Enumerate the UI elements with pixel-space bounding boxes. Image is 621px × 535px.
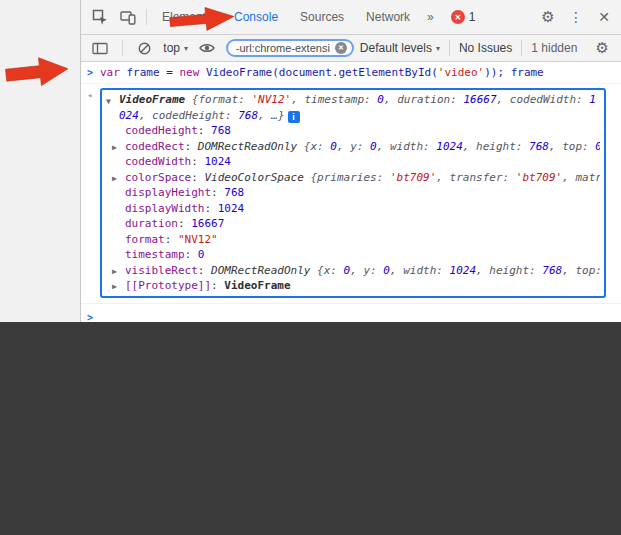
settings-gear-icon[interactable]: ⚙ bbox=[535, 4, 561, 30]
videoframe-object: ▼VideoFrame {format: 'NV12', timestamp: … bbox=[100, 88, 606, 298]
property-name: format bbox=[125, 233, 165, 246]
property-colon: : bbox=[198, 264, 211, 277]
tree-property-row[interactable]: ▶[[Prototype]]: VideoFrame bbox=[106, 278, 600, 294]
property-name: visibleRect bbox=[125, 264, 198, 277]
property-colon: : bbox=[165, 233, 178, 246]
console-messages: > var frame = new VideoFrame(document.ge… bbox=[81, 62, 621, 322]
property-colon: : bbox=[211, 279, 224, 292]
object-preview-text: VideoFrame {format: 'NV12', timestamp: 0… bbox=[119, 93, 596, 122]
property-value: DOMRectReadOnly {x: 0, y: 0, width: 1024… bbox=[211, 264, 600, 277]
console-input-prompt[interactable]: > bbox=[81, 304, 621, 323]
tree-property-row[interactable]: ▶colorSpace: VideoColorSpace {primaries:… bbox=[106, 170, 600, 186]
collapse-arrow-icon[interactable]: ▼ bbox=[106, 94, 111, 110]
property-colon: : bbox=[191, 171, 204, 184]
property-name: displayHeight bbox=[125, 186, 211, 199]
tab-label: Network bbox=[366, 10, 410, 24]
expand-arrow-icon[interactable]: ▶ bbox=[112, 279, 125, 294]
expand-arrow-icon[interactable]: ▶ bbox=[112, 264, 125, 279]
clear-filter-icon[interactable]: ✕ bbox=[335, 42, 347, 54]
property-value: 1024 bbox=[218, 202, 245, 215]
tab-label: Elements bbox=[162, 10, 212, 24]
devtools-panel: Elements Console Sources Network » ✕ 1 ⚙… bbox=[80, 0, 621, 322]
tab-sources[interactable]: Sources bbox=[290, 1, 354, 34]
tree-property-row: displayHeight: 768 bbox=[106, 185, 600, 201]
close-devtools-icon[interactable]: ✕ bbox=[591, 4, 617, 30]
hidden-messages-count[interactable]: 1 hidden bbox=[531, 41, 577, 55]
property-name: codedRect bbox=[125, 140, 185, 153]
tab-label: Sources bbox=[300, 10, 344, 24]
property-name: colorSpace bbox=[125, 171, 191, 184]
tree-property-row[interactable]: ▶visibleRect: DOMRectReadOnly {x: 0, y: … bbox=[106, 263, 600, 279]
info-icon[interactable]: i bbox=[288, 111, 300, 123]
divider bbox=[146, 9, 147, 25]
kebab-menu-icon[interactable]: ⋮ bbox=[563, 4, 589, 30]
device-toolbar-icon[interactable] bbox=[115, 4, 141, 30]
console-sidebar-toggle-icon[interactable] bbox=[87, 35, 113, 61]
tab-label: Console bbox=[234, 10, 278, 24]
property-name: displayWidth bbox=[125, 202, 204, 215]
property-colon: : bbox=[191, 155, 204, 168]
property-value: VideoColorSpace {primaries: 'bt709', tra… bbox=[204, 171, 600, 184]
property-value: VideoFrame bbox=[224, 279, 290, 292]
inspect-element-icon[interactable] bbox=[87, 4, 113, 30]
screenshot-root: Elements Console Sources Network » ✕ 1 ⚙… bbox=[0, 0, 621, 535]
command-prompt-icon: > bbox=[87, 65, 100, 80]
object-preview[interactable]: ▼VideoFrame {format: 'NV12', timestamp: … bbox=[106, 92, 600, 123]
tree-property-row[interactable]: ▶codedRect: DOMRectReadOnly {x: 0, y: 0,… bbox=[106, 139, 600, 155]
tab-network[interactable]: Network bbox=[356, 1, 420, 34]
console-filter-input[interactable]: -url:chrome-extensi ✕ bbox=[226, 39, 354, 57]
context-selector-value: top bbox=[163, 41, 180, 55]
property-value: 768 bbox=[224, 186, 244, 199]
property-name: [[Prototype]] bbox=[125, 279, 211, 292]
live-expression-eye-icon[interactable] bbox=[194, 35, 220, 61]
tree-property-row: displayWidth: 1024 bbox=[106, 201, 600, 217]
console-error-badge[interactable]: ✕ 1 bbox=[451, 10, 476, 24]
property-value: 16667 bbox=[191, 217, 224, 230]
page-background-bottom bbox=[0, 322, 621, 535]
property-name: duration bbox=[125, 217, 178, 230]
more-tabs-icon[interactable]: » bbox=[422, 10, 439, 24]
tab-elements[interactable]: Elements bbox=[152, 1, 222, 34]
log-levels-selector[interactable]: Default levels ▾ bbox=[360, 41, 440, 55]
property-name: codedWidth bbox=[125, 155, 191, 168]
property-colon: : bbox=[178, 217, 191, 230]
property-colon: : bbox=[185, 248, 198, 261]
issues-status[interactable]: No Issues bbox=[459, 41, 512, 55]
error-x-icon: ✕ bbox=[451, 10, 465, 24]
prompt-icon: > bbox=[87, 310, 100, 323]
chevron-down-icon: ▾ bbox=[184, 44, 188, 53]
object-properties: codedHeight: 768▶codedRect: DOMRectReadO… bbox=[106, 123, 600, 294]
property-value: 1024 bbox=[204, 155, 231, 168]
context-selector[interactable]: top ▾ bbox=[163, 41, 188, 55]
property-colon: : bbox=[204, 202, 217, 215]
console-command-row: > var frame = new VideoFrame(document.ge… bbox=[81, 62, 621, 84]
property-value: 0 bbox=[198, 248, 205, 261]
console-toolbar: top ▾ -url:chrome-extensi ✕ Default leve… bbox=[81, 35, 621, 62]
property-colon: : bbox=[211, 186, 224, 199]
divider bbox=[449, 40, 450, 56]
error-count: 1 bbox=[469, 10, 476, 24]
tree-property-row: format: "NV12" bbox=[106, 232, 600, 248]
chevron-down-icon: ▾ bbox=[436, 44, 440, 53]
console-result-row: ◂ ▼VideoFrame {format: 'NV12', timestamp… bbox=[81, 84, 621, 304]
expand-arrow-icon[interactable]: ▶ bbox=[112, 171, 125, 186]
tab-console[interactable]: Console bbox=[224, 1, 288, 34]
devtools-tabbar: Elements Console Sources Network » ✕ 1 ⚙… bbox=[81, 0, 621, 35]
tree-property-row: codedHeight: 768 bbox=[106, 123, 600, 139]
divider bbox=[122, 40, 123, 56]
clear-console-icon[interactable] bbox=[132, 35, 158, 61]
property-value: "NV12" bbox=[178, 233, 218, 246]
result-marker-icon: ◂ bbox=[87, 88, 100, 103]
expand-arrow-icon[interactable]: ▶ bbox=[112, 140, 125, 155]
property-colon: : bbox=[198, 124, 211, 137]
tree-property-row: duration: 16667 bbox=[106, 216, 600, 232]
divider bbox=[521, 40, 522, 56]
property-value: 768 bbox=[211, 124, 231, 137]
property-value: DOMRectReadOnly {x: 0, y: 0, width: 1024… bbox=[198, 140, 600, 153]
console-settings-gear-icon[interactable]: ⚙ bbox=[589, 35, 615, 61]
property-colon: : bbox=[185, 140, 198, 153]
log-levels-value: Default levels bbox=[360, 41, 432, 55]
tree-property-row: timestamp: 0 bbox=[106, 247, 600, 263]
tree-property-row: codedWidth: 1024 bbox=[106, 154, 600, 170]
property-name: timestamp bbox=[125, 248, 185, 261]
